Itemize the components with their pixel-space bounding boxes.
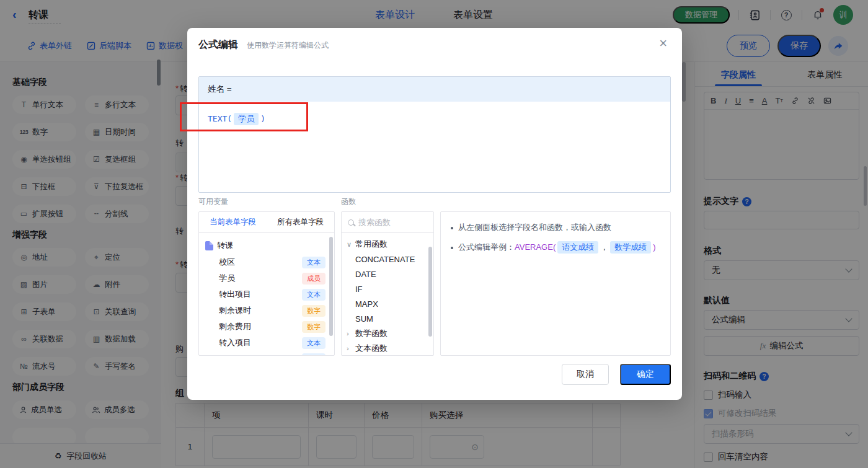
type-badge: 文本 (302, 337, 326, 349)
example-field-chip: 数学成绩 (610, 241, 651, 254)
type-badge: 数字 (302, 305, 326, 317)
field-chip[interactable]: 学员 (234, 113, 259, 125)
type-badge: 文本 (302, 353, 326, 356)
form-node[interactable]: 转课 (205, 237, 328, 254)
modal-subtitle: 使用数学运算符编辑公式 (247, 40, 329, 51)
chevron-expanded-icon: ∨ (347, 241, 352, 249)
formula-target: 姓名 = (199, 77, 670, 102)
variables-tree: 转课 校区文本 学员成员 转出项目文本 剩余课时数字 剩余费用数字 转入项目文本… (199, 233, 334, 356)
tips-panel: 从左侧面板选择字段名和函数，或输入函数 公式编辑举例：AVERAGE(语文成绩，… (440, 211, 671, 356)
type-badge: 文本 (302, 289, 326, 301)
variable-row[interactable]: 剩余课时数字 (205, 302, 328, 319)
function-search-input[interactable] (358, 218, 414, 227)
type-badge: 数字 (302, 321, 326, 333)
variables-scrollbar[interactable] (329, 237, 333, 336)
function-search (342, 212, 433, 233)
type-badge: 文本 (302, 257, 326, 268)
cancel-button[interactable]: 取消 (562, 364, 609, 385)
function-item[interactable]: CONCATENATE (342, 252, 433, 267)
function-item[interactable]: SUM (342, 311, 433, 326)
tab-all-form-fields[interactable]: 所有表单字段 (267, 212, 334, 232)
tab-current-form-fields[interactable]: 当前表单字段 (199, 212, 267, 232)
function-category-math[interactable]: ›数学函数 (342, 326, 433, 341)
function-category-text[interactable]: ›文本函数 (342, 341, 433, 356)
type-badge: 成员 (302, 273, 326, 285)
modal-footer: 取消 确定 (562, 364, 671, 385)
bullet-icon (451, 247, 453, 249)
variable-row[interactable]: 学员成员 (205, 270, 328, 286)
variable-row[interactable]: 校区文本 (205, 254, 328, 270)
variable-row[interactable]: 文本 (205, 351, 328, 356)
variables-panel: 当前表单字段 所有表单字段 转课 校区文本 学员成员 转出项目文本 剩余课时数字… (198, 211, 335, 356)
close-icon[interactable]: × (659, 37, 667, 50)
confirm-button[interactable]: 确定 (620, 364, 671, 385)
functions-panel: ∨常用函数 CONCATENATE DATE IF MAPX SUM ›数学函数… (341, 211, 434, 356)
function-item[interactable]: DATE (342, 267, 433, 281)
function-item[interactable]: IF (342, 281, 433, 296)
example-field-chip: 语文成绩 (557, 241, 598, 254)
functions-scrollbar[interactable] (428, 247, 432, 337)
variable-row[interactable]: 转出项目文本 (205, 286, 328, 302)
variable-row[interactable]: 转入项目文本 (205, 335, 328, 351)
bullet-icon (451, 227, 453, 229)
tip-example-line: 公式编辑举例：AVERAGE(语文成绩，数学成绩) (451, 241, 660, 254)
function-category-common[interactable]: ∨常用函数 (342, 237, 433, 252)
formula-function-token: TEXT (208, 114, 227, 123)
function-item[interactable]: MAPX (342, 296, 433, 311)
chevron-collapsed-icon: › (347, 345, 352, 352)
variable-row[interactable]: 剩余费用数字 (205, 319, 328, 335)
formula-edit-modal: 公式编辑 使用数学运算符编辑公式 × 姓名 = TEXT(学员) 可用变量 函数… (187, 28, 682, 400)
variables-tabs: 当前表单字段 所有表单字段 (199, 212, 334, 233)
modal-header: 公式编辑 使用数学运算符编辑公式 (198, 38, 329, 51)
tip-line: 从左侧面板选择字段名和函数，或输入函数 (451, 222, 660, 233)
chevron-collapsed-icon: › (347, 330, 352, 337)
functions-label: 函数 (341, 196, 356, 207)
modal-title: 公式编辑 (198, 38, 238, 51)
formula-editor-box: 姓名 = TEXT(学员) (198, 76, 671, 193)
formula-input-area[interactable]: TEXT(学员) (199, 102, 670, 136)
form-file-icon (205, 241, 213, 250)
example-function-token: AVERAGE (515, 242, 553, 252)
app-root: ‹ 转课 表单设计 表单设置 数据管理 ? (0, 0, 868, 468)
variables-label: 可用变量 (198, 196, 228, 207)
search-icon (348, 219, 354, 226)
